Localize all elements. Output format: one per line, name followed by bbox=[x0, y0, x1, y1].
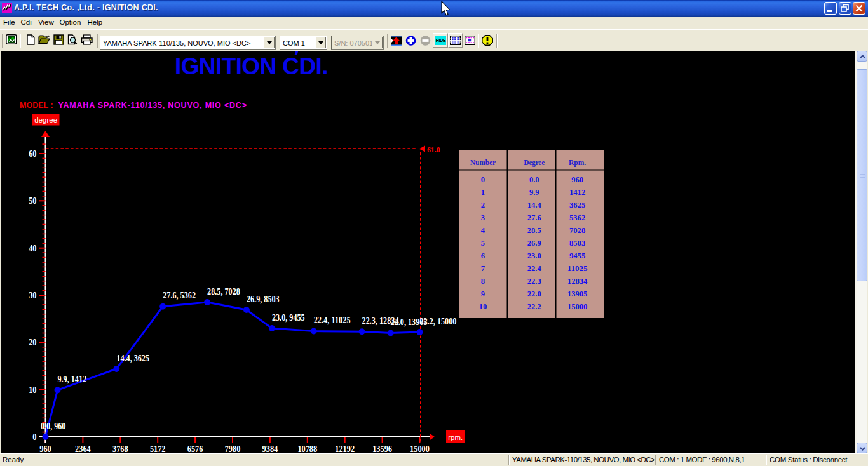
svg-text:12192: 12192 bbox=[335, 444, 355, 453]
svg-text:11025: 11025 bbox=[567, 263, 588, 273]
svg-text:3625: 3625 bbox=[569, 200, 586, 210]
svg-text:20: 20 bbox=[29, 338, 36, 347]
svg-text:28.5: 28.5 bbox=[527, 225, 541, 235]
svg-text:5362: 5362 bbox=[569, 213, 585, 222]
svg-text:26.9: 26.9 bbox=[527, 238, 541, 248]
svg-text:0: 0 bbox=[481, 175, 485, 184]
svg-text:0.0: 0.0 bbox=[529, 175, 539, 184]
svg-text:23.0, 9455: 23.0, 9455 bbox=[272, 313, 305, 323]
svg-text:Degree: Degree bbox=[524, 157, 545, 167]
svg-text:3768: 3768 bbox=[112, 444, 128, 453]
svg-text:14.4: 14.4 bbox=[527, 200, 541, 210]
svg-text:degree: degree bbox=[34, 116, 57, 124]
svg-text:2: 2 bbox=[481, 200, 485, 210]
svg-text:10788: 10788 bbox=[297, 444, 317, 453]
svg-text:5: 5 bbox=[481, 238, 485, 248]
svg-text:7980: 7980 bbox=[225, 444, 241, 453]
svg-text:rpm.: rpm. bbox=[448, 434, 463, 441]
svg-text:22.0: 22.0 bbox=[527, 289, 541, 298]
svg-text:Rpm.: Rpm. bbox=[569, 157, 586, 167]
svg-text:61.0: 61.0 bbox=[427, 145, 440, 154]
svg-text:4: 4 bbox=[481, 225, 485, 235]
svg-text:27.6, 5362: 27.6, 5362 bbox=[163, 291, 196, 300]
svg-text:2364: 2364 bbox=[75, 444, 91, 453]
svg-text:15000: 15000 bbox=[410, 444, 430, 453]
svg-text:28.5, 7028: 28.5, 7028 bbox=[207, 287, 240, 296]
svg-text:12834: 12834 bbox=[567, 276, 588, 286]
svg-text:14.4, 3625: 14.4, 3625 bbox=[116, 354, 149, 363]
svg-text:22.2, 15000: 22.2, 15000 bbox=[420, 317, 457, 326]
svg-text:40: 40 bbox=[29, 244, 36, 253]
svg-text:9.9, 1412: 9.9, 1412 bbox=[58, 375, 87, 384]
svg-text:0: 0 bbox=[32, 432, 36, 442]
svg-text:50: 50 bbox=[29, 196, 36, 206]
svg-text:60: 60 bbox=[29, 149, 36, 159]
svg-text:13596: 13596 bbox=[372, 444, 392, 453]
svg-text:27.6: 27.6 bbox=[527, 213, 541, 222]
svg-text:6576: 6576 bbox=[187, 444, 203, 453]
svg-text:26.9, 8503: 26.9, 8503 bbox=[247, 295, 280, 304]
svg-text:8503: 8503 bbox=[569, 238, 586, 248]
svg-text:30: 30 bbox=[29, 291, 36, 300]
svg-text:23.0: 23.0 bbox=[527, 251, 541, 260]
svg-text:1412: 1412 bbox=[569, 187, 585, 197]
svg-text:22.4, 11025: 22.4, 11025 bbox=[314, 316, 351, 325]
svg-text:6: 6 bbox=[481, 251, 485, 260]
svg-text:9: 9 bbox=[481, 289, 485, 298]
svg-text:Number: Number bbox=[470, 157, 496, 167]
svg-text:22.2: 22.2 bbox=[527, 302, 541, 311]
svg-text:3: 3 bbox=[481, 213, 485, 222]
svg-text:1: 1 bbox=[481, 187, 485, 197]
svg-text:7028: 7028 bbox=[569, 225, 586, 235]
svg-text:7: 7 bbox=[481, 263, 485, 273]
svg-text:8: 8 bbox=[481, 276, 485, 286]
svg-text:13905: 13905 bbox=[567, 289, 588, 298]
svg-text:22.3: 22.3 bbox=[527, 276, 541, 286]
svg-text:960: 960 bbox=[571, 175, 583, 184]
svg-text:10: 10 bbox=[479, 302, 487, 311]
svg-text:22.4: 22.4 bbox=[527, 263, 541, 273]
svg-text:0.0, 960: 0.0, 960 bbox=[41, 422, 65, 431]
svg-text:9.9: 9.9 bbox=[529, 187, 539, 197]
svg-text:9455: 9455 bbox=[569, 251, 586, 260]
svg-text:15000: 15000 bbox=[567, 302, 588, 311]
svg-text:10: 10 bbox=[29, 385, 36, 395]
svg-text:960: 960 bbox=[39, 444, 51, 453]
svg-text:5172: 5172 bbox=[150, 444, 166, 453]
svg-text:9384: 9384 bbox=[262, 444, 278, 453]
